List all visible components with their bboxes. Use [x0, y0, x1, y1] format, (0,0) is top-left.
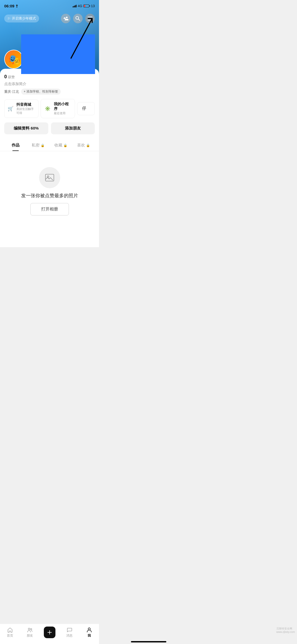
stat-likes[interactable]: 0 获赞	[4, 74, 15, 80]
svg-rect-2	[88, 20, 92, 20]
empty-state: 发一张你被点赞最多的照片 打开相册	[4, 151, 95, 226]
likes-count: 0	[4, 74, 7, 80]
service-douyin-mall[interactable]: 🛒 抖音商城 美好生活触手可得	[4, 99, 39, 118]
status-bar: 06:09 4G 13	[0, 0, 99, 10]
bio-text[interactable]: 点击添加简介	[4, 82, 95, 86]
service-miniprogram[interactable]: ✳️ 我的小程序 最近使用	[41, 99, 75, 118]
mall-subtitle: 美好生活触手可得	[16, 107, 35, 115]
mall-title: 抖音商城	[16, 102, 35, 107]
profile-header: ⚐ 开启青少年模式	[0, 0, 99, 74]
save-icon: 仔	[81, 105, 88, 112]
miniprogram-title: 我的小程序	[54, 102, 72, 111]
youth-mode-icon: ⚐	[7, 17, 11, 21]
tabs-row: 作品 私密 🔒 收藏 🔒 喜欢 🔒	[0, 140, 99, 151]
service-save[interactable]: 仔	[77, 102, 95, 115]
top-nav-icons	[61, 14, 95, 23]
tab-private[interactable]: 私密 🔒	[27, 140, 50, 151]
miniprogram-icon: ✳️	[44, 105, 51, 112]
edit-profile-button[interactable]: 编辑资料 60%	[4, 122, 48, 134]
action-buttons: 编辑资料 60% 添加朋友	[4, 122, 95, 134]
search-button[interactable]	[73, 14, 83, 23]
tab-likes[interactable]: 喜欢 🔒	[72, 140, 95, 151]
youth-mode-button[interactable]: ⚐ 开启青少年模式	[4, 15, 39, 22]
tab-works[interactable]: 作品	[4, 140, 27, 151]
network-label: 4G	[78, 4, 82, 8]
add-tag-button[interactable]: + 添加学校、性别等标签	[21, 89, 61, 95]
white-card: 0 获赞 点击添加简介 重庆·江北 + 添加学校、性别等标签 🛒 抖音商城 美好…	[0, 69, 99, 247]
services-row: 🛒 抖音商城 美好生活触手可得 ✳️ 我的小程序 最近使用 仔	[4, 99, 95, 118]
open-album-button[interactable]: 打开相册	[30, 203, 69, 215]
status-right: 4G 13	[73, 4, 95, 8]
add-tag-label: + 添加学校、性别等标签	[24, 89, 58, 94]
image-placeholder-icon	[44, 172, 55, 183]
likes-lock-icon: 🔒	[86, 144, 90, 147]
tab-favorites[interactable]: 收藏 🔒	[50, 140, 72, 151]
tags-row: 重庆·江北 + 添加学校、性别等标签	[4, 89, 95, 95]
tab-private-label: 私密	[32, 143, 40, 148]
service-mall-text: 抖音商城 美好生活触手可得	[16, 102, 35, 115]
blue-overlay-censored	[21, 34, 95, 74]
favorites-lock-icon: 🔒	[63, 144, 67, 147]
empty-icon-circle	[39, 167, 60, 188]
svg-rect-1	[88, 18, 92, 19]
miniprogram-subtitle: 最近使用	[54, 111, 72, 115]
stats-row: 0 获赞	[4, 74, 95, 80]
add-friend-button[interactable]: 添加朋友	[51, 122, 95, 134]
battery-icon	[83, 4, 90, 7]
likes-label: 获赞	[8, 75, 15, 80]
status-time: 06:09	[4, 4, 18, 8]
tab-favorites-label: 收藏	[54, 143, 62, 148]
youth-mode-label: 开启青少年模式	[12, 16, 36, 21]
battery-level: 13	[91, 4, 95, 8]
signal-icon	[73, 5, 77, 7]
top-nav: ⚐ 开启青少年模式	[0, 14, 99, 23]
avatar[interactable]: 🎭	[4, 50, 23, 69]
location-tag: 重庆·江北	[4, 89, 19, 94]
cart-icon: 🛒	[8, 105, 14, 112]
friends-button[interactable]	[61, 14, 70, 23]
private-lock-icon: 🔒	[41, 144, 45, 147]
svg-rect-0	[88, 17, 92, 17]
avatar-image: 🎭	[5, 50, 23, 69]
menu-button[interactable]	[85, 14, 95, 23]
service-miniprogram-text: 我的小程序 最近使用	[54, 102, 72, 115]
tab-likes-label: 喜欢	[77, 143, 85, 148]
tab-works-label: 作品	[12, 143, 20, 148]
empty-state-title: 发一张你被点赞最多的照片	[21, 192, 78, 199]
